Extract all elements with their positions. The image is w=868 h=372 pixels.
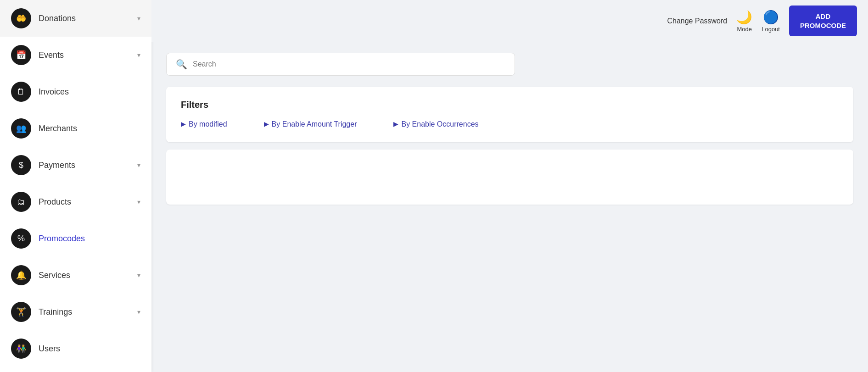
sidebar-item-label-products: Products <box>39 197 130 207</box>
mode-label: Mode <box>737 26 752 33</box>
promocodes-icon: % <box>11 228 31 249</box>
chevron-down-icon-services: ▾ <box>137 272 140 279</box>
sidebar-item-label-donations: Donations <box>39 14 130 23</box>
sidebar-item-trainings[interactable]: 🏋Trainings▾ <box>0 294 151 330</box>
merchants-icon: 👥 <box>11 118 31 139</box>
services-icon: 🔔 <box>11 265 31 285</box>
sidebar-item-users[interactable]: 👫Users <box>0 330 151 367</box>
filter-arrow-by-modified: ▶ <box>181 120 186 128</box>
add-promocode-button[interactable]: ADDPROMOCODE <box>789 6 857 36</box>
logout-icon: 🔵 <box>763 10 779 25</box>
trainings-icon: 🏋 <box>11 302 31 322</box>
invoices-icon: 🗒 <box>11 82 31 102</box>
products-icon: 🗂 <box>11 192 31 212</box>
filter-label-by-enable-occurrences: By Enable Occurrences <box>401 119 478 129</box>
moon-icon: 🌙 <box>736 10 752 25</box>
donations-icon: 🤲 <box>11 8 31 28</box>
sidebar: 🤲Donations▾📅Events▾🗒Invoices👥Merchants$P… <box>0 0 151 372</box>
filters-row: ▶By modified▶By Enable Amount Trigger▶By… <box>181 119 839 129</box>
sidebar-item-label-trainings: Trainings <box>39 307 130 317</box>
sidebar-item-invoices[interactable]: 🗒Invoices <box>0 73 151 110</box>
sidebar-item-payments[interactable]: $Payments▾ <box>0 147 151 183</box>
topbar: Change Password 🌙 Mode 🔵 Logout ADDPROMO… <box>151 0 868 42</box>
filters-title: Filters <box>181 100 839 110</box>
payments-icon: $ <box>11 155 31 175</box>
sidebar-item-services[interactable]: 🔔Services▾ <box>0 257 151 294</box>
sidebar-item-label-users: Users <box>39 344 140 354</box>
chevron-down-icon-trainings: ▾ <box>137 308 140 316</box>
chevron-down-icon-events: ▾ <box>137 51 140 59</box>
change-password-button[interactable]: Change Password <box>667 17 727 25</box>
chevron-down-icon-donations: ▾ <box>137 15 140 22</box>
page-content: 🔍 Filters ▶By modified▶By Enable Amount … <box>151 42 868 372</box>
events-icon: 📅 <box>11 45 31 65</box>
chevron-down-icon-products: ▾ <box>137 198 140 205</box>
main-content: Change Password 🌙 Mode 🔵 Logout ADDPROMO… <box>151 0 868 372</box>
filter-label-by-modified: By modified <box>189 119 227 129</box>
sidebar-item-events[interactable]: 📅Events▾ <box>0 37 151 73</box>
sidebar-item-label-merchants: Merchants <box>39 124 140 133</box>
sidebar-item-label-invoices: Invoices <box>39 87 140 97</box>
sidebar-item-donations[interactable]: 🤲Donations▾ <box>0 0 151 37</box>
results-card <box>166 150 853 205</box>
sidebar-item-label-payments: Payments <box>39 161 130 170</box>
filter-by-modified[interactable]: ▶By modified <box>181 119 227 129</box>
sidebar-item-label-promocodes: Promocodes <box>39 234 140 244</box>
filter-arrow-by-enable-amount-trigger: ▶ <box>264 120 269 128</box>
logout-button[interactable]: 🔵 Logout <box>762 10 780 33</box>
sidebar-item-promocodes[interactable]: %Promocodes <box>0 220 151 257</box>
sidebar-item-label-events: Events <box>39 50 130 60</box>
sidebar-item-label-services: Services <box>39 271 130 280</box>
mode-button[interactable]: 🌙 Mode <box>736 10 752 33</box>
chevron-down-icon-payments: ▾ <box>137 161 140 169</box>
filter-arrow-by-enable-occurrences: ▶ <box>393 120 398 128</box>
search-input[interactable] <box>193 60 505 68</box>
filter-label-by-enable-amount-trigger: By Enable Amount Trigger <box>272 119 357 129</box>
sidebar-item-products[interactable]: 🗂Products▾ <box>0 183 151 220</box>
users-icon: 👫 <box>11 339 31 359</box>
logout-label: Logout <box>762 26 780 33</box>
search-container: 🔍 <box>166 53 515 76</box>
filter-by-enable-amount-trigger[interactable]: ▶By Enable Amount Trigger <box>264 119 357 129</box>
filters-card: Filters ▶By modified▶By Enable Amount Tr… <box>166 87 853 142</box>
sidebar-item-merchants[interactable]: 👥Merchants <box>0 110 151 147</box>
filter-by-enable-occurrences[interactable]: ▶By Enable Occurrences <box>393 119 478 129</box>
search-icon: 🔍 <box>176 59 187 70</box>
